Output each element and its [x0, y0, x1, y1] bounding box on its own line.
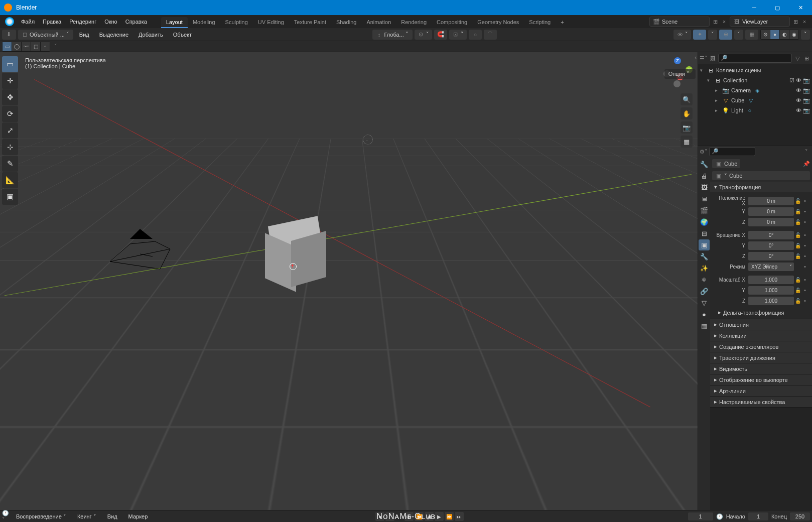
checkbox-icon[interactable]: ☑ [789, 77, 794, 84]
panel-delta-transform-header[interactable]: ▸Дельта-трансформация [714, 306, 808, 316]
camera-view-button[interactable]: 📷 [681, 121, 693, 134]
camera-icon[interactable]: 📷 [803, 97, 810, 104]
shading-solid[interactable]: ● [770, 30, 779, 39]
tab-mesh-data[interactable]: ▽ [699, 297, 710, 308]
tree-item-light[interactable]: ▸ 💡 Light ○ 👁📷 [698, 105, 812, 115]
outliner-search[interactable]: 🔎 [718, 54, 792, 63]
current-frame-field[interactable]: 1 [688, 512, 713, 520]
play-button[interactable]: ▶ [435, 512, 444, 521]
outliner-editor-icon[interactable]: ☰˅ [700, 55, 707, 62]
viewlayer-browse-icon[interactable]: ⊞ [792, 18, 799, 25]
timeline-menu-marker[interactable]: Маркер [124, 511, 152, 521]
overlay-toggle[interactable]: ⊕ [719, 30, 732, 40]
zoom-button[interactable]: 🔍 [681, 93, 693, 105]
tab-output[interactable]: 🖼 [699, 182, 710, 193]
start-frame-field[interactable]: 1 [748, 512, 768, 520]
gizmo-options[interactable]: ˅ [708, 30, 717, 40]
rotation-y-field[interactable]: 0° [748, 241, 794, 250]
options-icon[interactable]: ˅ [803, 148, 810, 155]
new-collection-icon[interactable]: ⊞ [803, 55, 810, 62]
snap-options[interactable]: ⊡˅ [449, 30, 467, 40]
menu-help[interactable]: Справка [121, 17, 151, 27]
breadcrumb-object[interactable]: ▣ Cube [712, 159, 740, 168]
lock-icon[interactable]: 🔓 [795, 198, 801, 204]
tool-move[interactable]: ✥ [2, 89, 18, 105]
keyframe-dot[interactable]: • [802, 232, 808, 238]
visibility-filter[interactable]: 👁˅ [673, 30, 691, 40]
tool-annotate[interactable]: ✎ [2, 156, 18, 172]
tab-compositing[interactable]: Compositing [432, 17, 472, 28]
snap-toggle[interactable]: 🧲 [434, 30, 447, 40]
orientation-selector[interactable]: ↕ Глоба... ˅ [372, 30, 412, 40]
select-mode-5-icon[interactable]: ▫ [41, 42, 50, 51]
collapse-arrow-icon[interactable]: ‹ [695, 54, 697, 60]
tree-scene-collection[interactable]: ▾ ⊟ Коллекция сцены [698, 65, 812, 75]
panel-transform-header[interactable]: ▾ Трансформация [710, 182, 812, 192]
lock-icon[interactable]: 🔓 [795, 243, 801, 248]
cube-mesh[interactable] [265, 231, 320, 286]
panel-relations-header[interactable]: ▸Отношения [710, 319, 812, 330]
tree-item-cube[interactable]: ▸ ▽ Cube ▽ 👁📷 [698, 95, 812, 105]
menu-edit[interactable]: Правка [39, 17, 65, 27]
lock-icon[interactable]: 🔓 [795, 253, 801, 259]
tab-material[interactable]: ● [699, 309, 710, 320]
proportional-falloff[interactable]: ⌒ [484, 30, 497, 40]
lock-icon[interactable]: 🔓 [795, 277, 801, 283]
viewlayer-close-icon[interactable]: × [801, 18, 808, 25]
tab-world[interactable]: 🌍 [699, 216, 710, 227]
end-frame-field[interactable]: 250 [790, 512, 810, 520]
add-workspace-button[interactable]: + [556, 17, 569, 28]
scene-browse-icon[interactable]: ⊞ [712, 18, 719, 25]
tab-uv-editing[interactable]: UV Editing [253, 17, 289, 28]
keyframe-dot[interactable]: • [802, 243, 808, 248]
tree-collection[interactable]: ▾ ⊟ Collection ☑ 👁 📷 [698, 75, 812, 85]
shading-wireframe[interactable]: ⊙ [761, 30, 770, 39]
panel-custom-props-header[interactable]: ▸Настраиваемые свойства [710, 397, 812, 407]
menu-file[interactable]: Файл [17, 17, 39, 27]
tab-sculpting[interactable]: Sculpting [220, 17, 253, 28]
tool-scale[interactable]: ⤢ [2, 122, 18, 139]
lock-icon[interactable]: 🔓 [795, 209, 801, 214]
keyframe-dot[interactable]: • [802, 253, 808, 259]
shading-rendered[interactable]: ◉ [789, 30, 798, 39]
tab-scene[interactable]: 🎬 [699, 205, 710, 216]
keyframe-dot[interactable]: • [802, 298, 808, 304]
camera-icon[interactable]: 📷 [803, 87, 810, 94]
menu-window[interactable]: Окно [100, 17, 121, 27]
tool-cursor[interactable]: ✛ [2, 73, 18, 89]
camera-object[interactable] [105, 226, 175, 272]
tab-physics[interactable]: ⚛ [699, 274, 710, 285]
pin-icon[interactable]: 📌 [803, 160, 810, 167]
lock-icon[interactable]: 🔓 [795, 288, 801, 293]
panel-collections-header[interactable]: ▸Коллекции [710, 330, 812, 341]
tab-rendering[interactable]: Rendering [396, 17, 432, 28]
properties-search[interactable]: 🔎 [709, 147, 755, 156]
tool-rotate[interactable]: ⟳ [2, 106, 18, 122]
tab-shading[interactable]: Shading [331, 17, 361, 28]
panel-motion-paths-header[interactable]: ▸Траектории движения [710, 352, 812, 363]
menu-render[interactable]: Рендеринг [65, 17, 100, 27]
tab-object[interactable]: ▣ [699, 239, 710, 250]
tab-viewlayer[interactable]: 🖥 [699, 193, 710, 204]
view3d-menu-object[interactable]: Объект [169, 30, 196, 40]
scale-x-field[interactable]: 1.000 [748, 276, 794, 284]
options-popover[interactable]: Опции ˅ [664, 69, 696, 79]
scale-y-field[interactable]: 1.000 [748, 286, 794, 295]
tool-add-cube[interactable]: ▣ [2, 189, 18, 205]
scene-selector[interactable]: 🎬 Scene [649, 17, 710, 27]
next-keyframe-button[interactable]: ⏩ [445, 512, 454, 521]
properties-editor-icon[interactable]: ⚙˅ [700, 148, 707, 155]
panel-viewport-display-header[interactable]: ▸Отображение во вьюпорте [710, 374, 812, 385]
tab-modifier[interactable]: 🔧 [699, 251, 710, 262]
editor-type-selector[interactable]: ⬇ [2, 30, 16, 40]
keyframe-dot[interactable]: • [802, 209, 808, 214]
tab-geometry-nodes[interactable]: Geometry Nodes [472, 17, 524, 28]
filter-icon[interactable]: ▽ [794, 55, 801, 62]
gizmo-neg-axis-2[interactable] [673, 80, 681, 87]
keyframe-dot[interactable]: • [802, 277, 808, 283]
location-x-field[interactable]: 0 m [748, 197, 794, 205]
data-name-field[interactable]: ▣˅ Cube [712, 171, 810, 180]
location-y-field[interactable]: 0 m [748, 207, 794, 216]
scale-z-field[interactable]: 1.000 [748, 297, 794, 305]
select-lasso-icon[interactable]: 〰 [22, 42, 31, 51]
